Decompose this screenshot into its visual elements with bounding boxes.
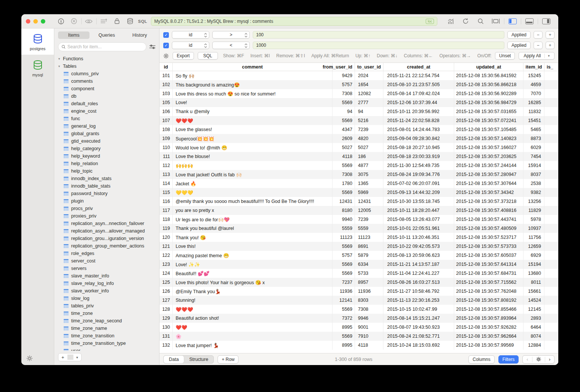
cell-comment[interactable]: Love! — [173, 98, 332, 107]
table-row[interactable]: 113Love that jacket! Outfit is fab 🙌🏻730… — [160, 170, 558, 179]
table-row[interactable]: 114Jacket 🔥178013652015-07-02 06:20:07.0… — [160, 179, 558, 188]
cell-created_at[interactable]: 2015-08-14 15:15:21.247 — [383, 314, 454, 323]
tab-items[interactable]: Items — [58, 31, 89, 39]
table-row[interactable]: 128❤️❤️❤️556973082015-10-15 10:02:47.992… — [160, 305, 558, 314]
cell-is_[interactable] — [544, 107, 558, 116]
cell-from_user_id[interactable]: 5569 — [332, 242, 355, 251]
sidebar-table-time-zone[interactable]: time_zone — [57, 310, 159, 317]
cell-item_id[interactable]: 13680 — [523, 269, 544, 278]
cell-is_[interactable] — [544, 71, 558, 80]
filter-value-input[interactable] — [253, 42, 504, 49]
cell-to_user_id[interactable]: 7239 — [355, 125, 383, 134]
cell-comment[interactable]: So fly 🙌🏼 — [173, 71, 332, 80]
cell-item_id[interactable]: 2893 — [523, 314, 544, 323]
cell-is_[interactable] — [544, 179, 558, 188]
cell-is_[interactable] — [544, 296, 558, 305]
cell-updated_at[interactable]: 2015-12-08 15:30:57.307644 — [454, 179, 523, 188]
sidebar-table-replication-grou-iguration-version[interactable]: replication_grou...iguration_version — [57, 235, 159, 242]
cell-is_[interactable] — [544, 224, 558, 233]
cell-is_[interactable] — [544, 314, 558, 323]
table-row[interactable]: 106Thank u @emily94942015-10-11 20:39:56… — [160, 107, 558, 116]
preview-eye-icon[interactable] — [82, 19, 95, 24]
section-tables[interactable]: ▾ Tables — [57, 63, 159, 70]
cell-created_at[interactable]: 2015-08-24 21:08:52.771 — [383, 332, 454, 341]
sidebar-table-password-history[interactable]: password_history — [57, 190, 159, 197]
table-row[interactable]: 116@emily thank you soooo much beautiful… — [160, 197, 558, 206]
cell-updated_at[interactable]: 2015-12-08 15:30:57.480509 — [454, 224, 523, 233]
cell-id[interactable]: 108 — [160, 125, 173, 134]
cell-is_[interactable] — [544, 98, 558, 107]
cell-updated_at[interactable]: 2015-12-08 15:30:56.902289 — [454, 89, 523, 98]
cell-to_user_id[interactable]: 4820 — [355, 134, 383, 143]
cell-item_id[interactable]: 5978 — [523, 215, 544, 224]
table-row[interactable]: 130❤️❤️899590012015-08-07 19:43:50.92320… — [160, 323, 558, 332]
cell-updated_at[interactable]: 2015-12-08 15:30:57.408816 — [454, 206, 523, 215]
cell-item_id[interactable]: 2538 — [523, 179, 544, 188]
sidebar-table-default-roles[interactable]: default_roles — [57, 100, 159, 107]
cell-item_id[interactable]: 15451 — [523, 116, 544, 125]
cell-updated_at[interactable]: 2015-12-08 15:30:57.893964 — [454, 314, 523, 323]
sidebar-table-server-cost[interactable]: server_cost — [57, 257, 159, 265]
sidebar-table-help-topic[interactable]: help_topic — [57, 167, 159, 175]
sidebar-table-help-category[interactable]: help_category — [57, 145, 159, 152]
cell-created_at[interactable]: 2015-11-21 14:13:57.187 — [383, 260, 454, 269]
remove-filter-button[interactable]: − — [534, 42, 543, 49]
cell-comment[interactable]: Supercool💥💥💥 — [173, 134, 332, 143]
cell-to_user_id[interactable]: 1654 — [355, 80, 383, 89]
cell-is_[interactable] — [544, 287, 558, 296]
sidebar-table-proxies-priv[interactable]: proxies_priv — [57, 212, 159, 220]
sidebar-table-plugin[interactable]: plugin — [57, 197, 159, 205]
cell-from_user_id[interactable]: 5757 — [332, 251, 355, 260]
cell-item_id[interactable]: 7070 — [523, 89, 544, 98]
table-row[interactable]: 126@Emily Thank you💃🏽11936119362015-11-2… — [160, 287, 558, 296]
cell-from_user_id[interactable]: 8995 — [332, 341, 355, 350]
cell-comment[interactable]: Amazing pastel theme 😁 — [173, 251, 332, 260]
cell-to_user_id[interactable]: 1365 — [355, 179, 383, 188]
cell-created_at[interactable]: 2015-10-24 18:15:03.692 — [383, 341, 454, 350]
cell-from_user_id[interactable]: 5569 — [332, 260, 355, 269]
sidebar-table-columns-priv[interactable]: columns_priv — [57, 70, 159, 78]
cell-created_at[interactable]: 2015-12-06 10:37:39.44 — [383, 98, 454, 107]
filter-enabled-checkbox[interactable]: ✓ — [163, 43, 169, 48]
cell-comment[interactable]: Would love to! @mith 😬 — [173, 143, 332, 152]
cell-created_at[interactable]: 2015-08-26 16:03:27.513 — [383, 278, 454, 287]
cell-from_user_id[interactable]: 5559 — [332, 224, 355, 233]
sidebar-table-user[interactable]: user — [57, 347, 159, 351]
sidebar-table-global-grants[interactable]: global_grants — [57, 130, 159, 137]
refresh-icon[interactable] — [458, 18, 473, 24]
cell-to_user_id[interactable]: 9001 — [355, 323, 383, 332]
cell-from_user_id[interactable]: 7308 — [332, 89, 355, 98]
cell-created_at[interactable]: 2015-10-11 20:39:56.992 — [383, 107, 454, 116]
sql-button[interactable]: SQL — [198, 52, 218, 60]
cell-from_user_id[interactable]: 5569 — [332, 188, 355, 197]
cell-updated_at[interactable]: 2015-12-08 15:30:56.984729 — [454, 98, 523, 107]
minimize-window-button[interactable] — [33, 19, 38, 24]
cell-comment[interactable]: 🙌🙌🙌 — [173, 161, 332, 170]
cell-to_user_id[interactable]: 7308 — [355, 305, 383, 314]
cell-created_at[interactable]: 2015-09-04 09:28:30.842 — [383, 134, 454, 143]
sidebar-table-engine-cost[interactable]: engine_cost — [57, 107, 159, 115]
cell-to_user_id[interactable]: 12431 — [355, 197, 383, 206]
cell-updated_at[interactable]: 2015-12-08 15:30:57.105485 — [454, 125, 523, 134]
cell-comment[interactable]: Love this photo! Your hair is gorgeous 😘… — [173, 278, 332, 287]
cell-from_user_id[interactable]: 7308 — [332, 170, 355, 179]
sort-filter-icon[interactable] — [149, 44, 155, 49]
cell-from_user_id[interactable]: 5569 — [332, 269, 355, 278]
sql-editor-icon[interactable]: SQL — [138, 19, 147, 24]
cell-updated_at[interactable]: 2015-12-08 15:30:57.140823 — [454, 134, 523, 143]
previous-page-icon[interactable]: ‹ — [523, 356, 532, 362]
cell-updated_at[interactable]: 2015-12-08 15:30:57.373218 — [454, 197, 523, 206]
cell-item_id[interactable]: 15245 — [523, 71, 544, 80]
sidebar-table-time-zone-transition[interactable]: time_zone_transition — [57, 332, 159, 340]
cell-updated_at[interactable]: 2015-12-08 15:30:57.715562 — [454, 278, 523, 287]
cell-to_user_id[interactable]: 8957 — [355, 278, 383, 287]
cell-item_id[interactable]: 12659 — [523, 242, 544, 251]
cell-created_at[interactable]: 2015-08-24 19:09:34.776 — [383, 170, 454, 179]
toggle-right-panel-icon[interactable] — [539, 18, 554, 24]
cell-comment[interactable]: Stunning! — [173, 296, 332, 305]
sidebar-table-servers[interactable]: servers — [57, 265, 159, 272]
cell-updated_at[interactable]: 2015-12-08 15:30:57.523717 — [454, 233, 523, 242]
cell-from_user_id[interactable]: 8995 — [332, 323, 355, 332]
filter-applied-button[interactable]: Applied — [507, 42, 531, 49]
cell-from_user_id[interactable]: 9940 — [332, 215, 355, 224]
